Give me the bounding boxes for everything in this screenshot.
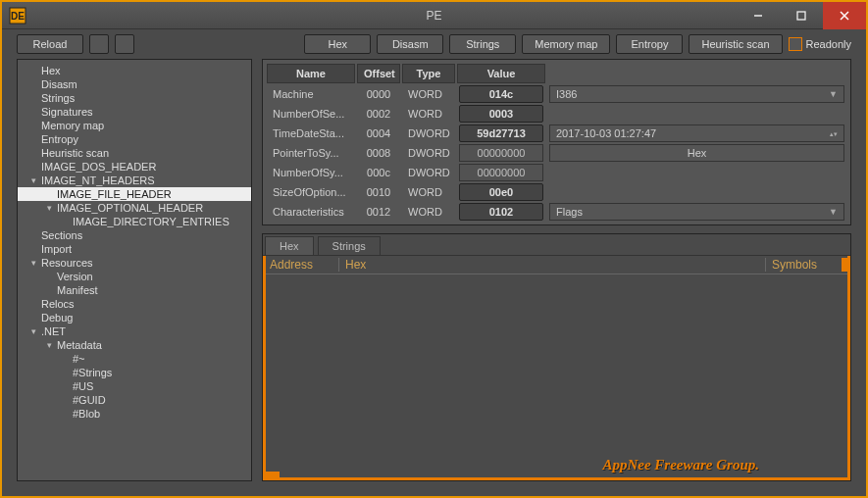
readonly-checkbox[interactable]: Readonly [789, 37, 851, 51]
cell-offset: 0012 [357, 203, 400, 221]
tree-item[interactable]: IMAGE_FILE_HEADER [18, 187, 251, 201]
tree-item[interactable]: IMAGE_DOS_HEADER [18, 160, 251, 174]
tree-item-label: Signatures [41, 106, 93, 118]
entropy-button[interactable]: Entropy [616, 34, 683, 54]
tree-item[interactable]: Strings [18, 91, 251, 105]
tree-item[interactable]: ▾Metadata [18, 338, 251, 352]
expand-icon[interactable]: ▾ [43, 203, 55, 213]
tree-item[interactable]: #Blob [18, 407, 251, 421]
value-box[interactable]: 00000000 [459, 144, 543, 162]
hex-tab-strings[interactable]: Strings [318, 236, 381, 255]
app-icon: DE [6, 4, 29, 27]
tree-item-label: IMAGE_DIRECTORY_ENTRIES [73, 216, 230, 227]
chevron-down-icon: ▼ [829, 207, 838, 217]
tree-item-label: .NET [41, 325, 66, 337]
tree-item-label: #GUID [73, 394, 106, 406]
tree-item[interactable]: Signatures [18, 105, 251, 119]
hex-view[interactable]: Address Hex Symbols AppNee Freeware Grou… [263, 256, 850, 480]
tree-item[interactable]: ▾.NET [18, 324, 251, 338]
watermark: AppNee Freeware Group. [602, 457, 759, 473]
tree-item[interactable]: ▾Resources [18, 256, 251, 270]
tree-item[interactable]: Manifest [18, 283, 251, 297]
right-panel: Name Offset Type Value Machine0000WORD01… [262, 59, 851, 481]
tree-item[interactable]: IMAGE_DIRECTORY_ENTRIES [18, 215, 251, 228]
maximize-button[interactable] [780, 2, 823, 29]
expand-icon[interactable]: ▾ [27, 326, 39, 336]
hex-tab-hex[interactable]: Hex [265, 236, 314, 255]
value-box[interactable]: 0102 [459, 203, 543, 221]
tree-item-label: Disasm [41, 78, 77, 90]
minimize-button[interactable] [737, 2, 780, 29]
value-box[interactable]: 00000000 [459, 164, 543, 181]
readonly-label: Readonly [806, 38, 851, 50]
reload-button[interactable]: Reload [17, 34, 83, 54]
tree-item-label: Import [41, 243, 72, 255]
hex-button[interactable]: Hex [304, 34, 371, 54]
tree-item-label: Metadata [57, 339, 102, 351]
cell-type: WORD [402, 105, 455, 123]
tree-item[interactable]: Memory map [18, 119, 251, 132]
tree-item-label: Version [57, 271, 93, 282]
combo-value: I386 [556, 88, 577, 100]
toolbar-square-2[interactable] [115, 34, 134, 54]
hex-panel: Hex Strings Address Hex Symbols AppNee F… [262, 233, 851, 481]
cell-type: DWORD [402, 144, 455, 162]
grid-row: Characteristics0012WORD0102Flags▼ [267, 203, 846, 221]
tree-item[interactable]: Hex [18, 64, 251, 77]
grid-row: TimeDateSta...0004DWORD59d277132017-10-0… [267, 124, 846, 142]
combo-box[interactable]: Flags▼ [549, 203, 844, 221]
value-box[interactable]: 59d27713 [459, 124, 543, 142]
tree-item[interactable]: Heuristic scan [18, 146, 251, 160]
col-name[interactable]: Name [267, 64, 355, 83]
tree-item[interactable]: Import [18, 242, 251, 256]
value-box[interactable]: 014c [459, 85, 543, 103]
tree-item[interactable]: Version [18, 270, 251, 283]
combo-box[interactable]: I386▼ [549, 85, 844, 103]
spinner-icon[interactable]: ▴▾ [830, 130, 838, 137]
memory-map-button[interactable]: Memory map [522, 34, 610, 54]
tree-item-label: IMAGE_DOS_HEADER [41, 161, 156, 173]
col-offset[interactable]: Offset [357, 64, 400, 83]
value-box[interactable]: 0003 [459, 105, 543, 123]
value-box[interactable]: 00e0 [459, 183, 543, 201]
tree-item[interactable]: Relocs [18, 297, 251, 311]
col-value[interactable]: Value [457, 64, 545, 83]
hex-col-address: Address [270, 258, 338, 272]
strings-button[interactable]: Strings [449, 34, 516, 54]
cell-type: WORD [402, 183, 455, 201]
grid-row: SizeOfOption...0010WORD00e0 [267, 183, 846, 201]
expand-icon[interactable]: ▾ [27, 258, 39, 268]
cell-name: TimeDateSta... [267, 124, 355, 142]
toolbar-square-1[interactable] [89, 34, 109, 54]
hex-button[interactable]: Hex [549, 144, 844, 162]
tree-item[interactable]: #~ [18, 352, 251, 366]
tree-item[interactable]: ▾IMAGE_OPTIONAL_HEADER [18, 201, 251, 215]
grid-row: NumberOfSe...0002WORD0003 [267, 105, 846, 123]
tree-item[interactable]: #GUID [18, 393, 251, 407]
tree-item-label: #Blob [73, 408, 100, 420]
hscroll-thumb[interactable] [266, 472, 280, 477]
cell-offset: 0010 [357, 183, 400, 201]
tree-item[interactable]: ▾IMAGE_NT_HEADERS [18, 174, 251, 187]
expand-icon[interactable]: ▾ [43, 340, 55, 350]
tree-item[interactable]: #US [18, 379, 251, 393]
tree-item[interactable]: Sections [18, 228, 251, 242]
tree-item-label: Manifest [57, 284, 98, 296]
cell-name: SizeOfOption... [267, 183, 355, 201]
disasm-button[interactable]: Disasm [377, 34, 443, 54]
tree-item[interactable]: Entropy [18, 132, 251, 146]
tree-item[interactable]: Debug [18, 311, 251, 324]
close-button[interactable] [823, 2, 866, 29]
vscroll-thumb[interactable] [842, 258, 847, 272]
tree-item-label: #US [73, 380, 93, 392]
col-type[interactable]: Type [402, 64, 455, 83]
tree-panel[interactable]: HexDisasmStringsSignaturesMemory mapEntr… [17, 59, 252, 481]
tree-item[interactable]: Disasm [18, 77, 251, 91]
heuristic-scan-button[interactable]: Heuristic scan [689, 34, 782, 54]
cell-name: NumberOfSe... [267, 105, 355, 123]
cell-type: DWORD [402, 164, 455, 181]
expand-icon[interactable]: ▾ [27, 175, 39, 185]
datetime-field[interactable]: 2017-10-03 01:27:47▴▾ [549, 124, 844, 142]
tree-item[interactable]: #Strings [18, 366, 251, 379]
tree-item-label: #~ [73, 353, 85, 365]
